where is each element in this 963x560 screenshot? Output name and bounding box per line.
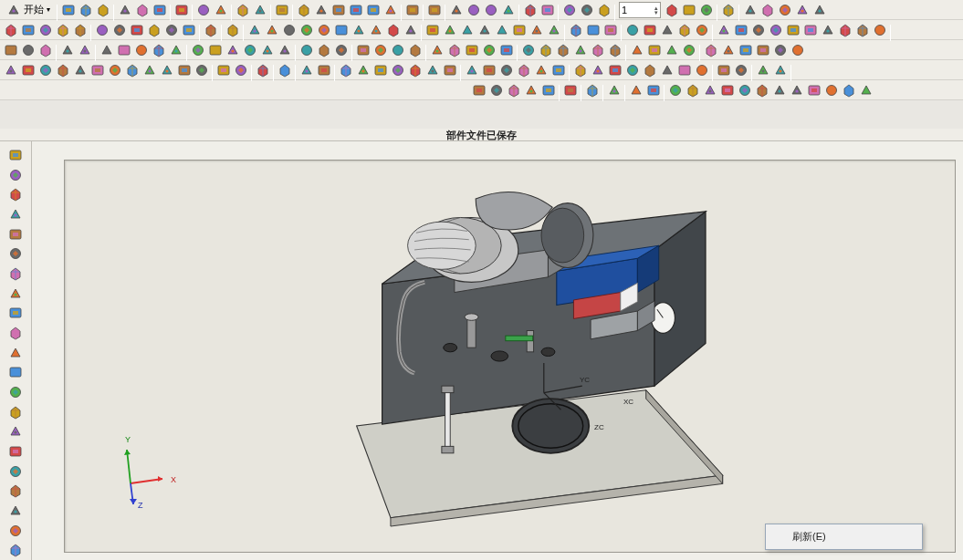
info-icon[interactable] [251, 1, 268, 18]
arc-icon[interactable] [263, 21, 280, 38]
asm1-icon[interactable] [2, 61, 19, 78]
menu-item-refresh[interactable]: 刷新(E) [767, 526, 921, 547]
move-icon[interactable] [537, 41, 554, 58]
surf1-icon[interactable] [2, 41, 19, 58]
post5-icon[interactable] [641, 61, 658, 78]
v9-icon[interactable] [5, 304, 26, 322]
render2-icon[interactable] [771, 41, 789, 58]
draft-icon[interactable] [145, 21, 162, 38]
sketch-icon[interactable] [578, 1, 595, 18]
sel4-icon[interactable] [522, 81, 539, 99]
sim5-icon[interactable] [532, 61, 550, 78]
prim-torus-icon[interactable] [258, 41, 276, 58]
surf2-icon[interactable] [19, 41, 37, 58]
analysis2-icon[interactable] [719, 41, 737, 58]
dir-edit-icon[interactable] [428, 41, 445, 58]
file-new-icon[interactable] [59, 1, 77, 18]
tp3-icon[interactable] [372, 61, 389, 78]
mfg1-icon[interactable] [215, 61, 232, 78]
plane-icon[interactable] [776, 1, 793, 18]
hatch-icon[interactable] [871, 21, 888, 38]
tp2-icon[interactable] [354, 61, 372, 78]
offset-face-icon[interactable] [463, 41, 480, 58]
snap1-icon[interactable] [561, 81, 579, 99]
line-icon[interactable] [298, 21, 315, 38]
knit-icon[interactable] [58, 41, 76, 58]
replace-icon[interactable] [480, 41, 497, 58]
sew-icon[interactable] [406, 41, 424, 58]
chamfer-icon[interactable] [493, 21, 510, 38]
sketch2-icon[interactable] [246, 21, 263, 38]
loft-icon[interactable] [54, 21, 71, 38]
hole-icon[interactable] [110, 21, 128, 38]
v2-icon[interactable] [5, 166, 26, 184]
v20-icon[interactable] [5, 522, 26, 540]
axis-icon[interactable] [759, 1, 776, 18]
grid1-icon[interactable] [715, 61, 732, 78]
v18-icon[interactable] [5, 482, 26, 500]
v10-icon[interactable] [5, 324, 26, 342]
project-icon[interactable] [567, 21, 584, 38]
analysis3-icon[interactable] [737, 41, 754, 58]
mfg2-icon[interactable] [232, 61, 249, 78]
csys-icon[interactable] [793, 1, 811, 18]
curve4-icon[interactable] [150, 41, 167, 58]
symbol-icon[interactable] [767, 21, 784, 38]
post3-icon[interactable] [606, 61, 623, 78]
asm10-icon[interactable] [158, 61, 175, 78]
value-combobox[interactable]: 1▴▾ [619, 2, 661, 18]
gdt-icon[interactable] [784, 21, 801, 38]
datum-pt-icon[interactable] [663, 41, 680, 58]
curve5-icon[interactable] [167, 41, 184, 58]
hidden-lines-icon[interactable] [482, 1, 499, 18]
break-icon[interactable] [510, 21, 528, 38]
ordinate-icon[interactable] [693, 21, 710, 38]
tp1-icon[interactable] [337, 61, 354, 78]
v4-icon[interactable] [5, 205, 26, 223]
post6-icon[interactable] [658, 61, 675, 78]
sim6-icon[interactable] [550, 61, 567, 78]
folder-open-icon[interactable] [77, 1, 94, 18]
std1-icon[interactable] [627, 81, 644, 99]
fillet-icon[interactable] [476, 21, 493, 38]
bool-int-icon[interactable] [332, 41, 350, 58]
post7-icon[interactable] [675, 61, 693, 78]
copy-icon[interactable] [133, 1, 151, 18]
rectangle-icon[interactable] [332, 21, 350, 38]
grid-toggle-icon[interactable] [539, 1, 556, 18]
zoom-region-icon[interactable] [312, 1, 330, 18]
spline-icon[interactable] [384, 21, 402, 38]
curve1-icon[interactable] [98, 41, 115, 58]
std14-icon[interactable] [857, 81, 874, 99]
std10-icon[interactable] [788, 81, 805, 99]
tp6-icon[interactable] [424, 61, 441, 78]
std5-icon[interactable] [701, 81, 718, 99]
delete-face-icon[interactable] [497, 41, 515, 58]
asm4-icon[interactable] [54, 61, 71, 78]
v7-icon[interactable] [5, 264, 26, 283]
datum-icon[interactable] [801, 21, 819, 38]
constraint-icon[interactable] [595, 1, 612, 18]
prim-sphere-icon[interactable] [241, 41, 258, 58]
wireframe-cube-icon[interactable] [447, 1, 465, 18]
shaded-cube-icon[interactable] [403, 1, 421, 18]
std9-icon[interactable] [770, 81, 788, 99]
hidden-gray-icon[interactable] [499, 1, 517, 18]
std12-icon[interactable] [822, 81, 840, 99]
std11-icon[interactable] [805, 81, 822, 99]
sim4-icon[interactable] [515, 61, 532, 78]
array-icon[interactable] [606, 41, 623, 58]
patch-icon[interactable] [372, 41, 389, 58]
asm7-icon[interactable] [106, 61, 123, 78]
std13-icon[interactable] [840, 81, 857, 99]
datum-axis-icon[interactable] [645, 41, 663, 58]
undo-icon[interactable] [194, 1, 212, 18]
surf3-icon[interactable] [37, 41, 54, 58]
join-icon[interactable] [528, 21, 545, 38]
std2-icon[interactable] [644, 81, 662, 99]
origin-icon[interactable] [811, 1, 828, 18]
asm5-icon[interactable] [71, 61, 89, 78]
asm3-icon[interactable] [37, 61, 54, 78]
v1-icon[interactable] [5, 146, 26, 164]
slot-icon[interactable] [402, 21, 419, 38]
